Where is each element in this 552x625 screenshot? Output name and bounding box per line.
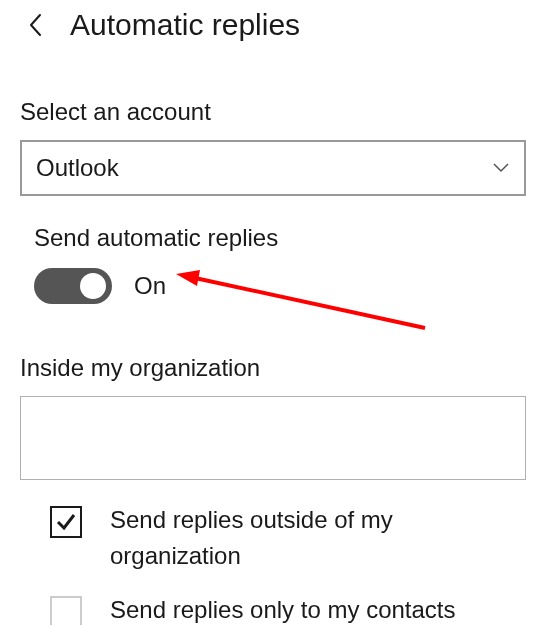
toggle-knob bbox=[80, 273, 106, 299]
account-select-value: Outlook bbox=[22, 154, 492, 182]
contacts-only-checkbox[interactable] bbox=[50, 596, 82, 625]
inside-org-label: Inside my organization bbox=[20, 354, 532, 382]
back-button[interactable] bbox=[20, 10, 50, 40]
contacts-only-label: Send replies only to my contacts bbox=[110, 592, 456, 625]
send-outside-label: Send replies outside of my organization bbox=[110, 502, 510, 574]
chevron-left-icon bbox=[28, 13, 42, 37]
checkmark-icon bbox=[55, 511, 77, 533]
chevron-down-icon bbox=[492, 162, 524, 174]
send-auto-replies-label: Send automatic replies bbox=[20, 224, 532, 252]
page-title: Automatic replies bbox=[70, 8, 300, 42]
toggle-state-label: On bbox=[134, 272, 166, 300]
inside-org-message-input[interactable] bbox=[20, 396, 526, 480]
select-account-label: Select an account bbox=[20, 98, 532, 126]
account-select[interactable]: Outlook bbox=[20, 140, 526, 196]
send-outside-checkbox[interactable] bbox=[50, 506, 82, 538]
auto-replies-toggle[interactable] bbox=[34, 268, 112, 304]
